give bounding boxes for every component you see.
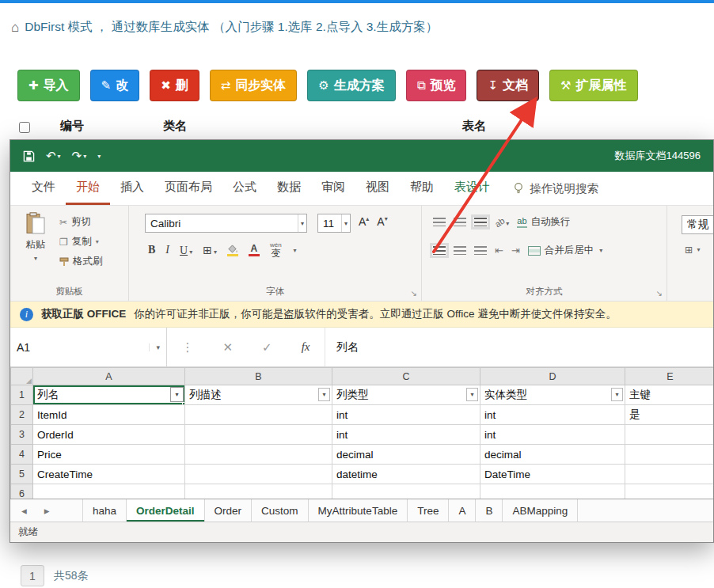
increase-font-button[interactable]: A▴ — [359, 215, 369, 228]
font-color-button[interactable]: A — [249, 244, 260, 256]
align-bottom-button[interactable] — [474, 218, 487, 226]
undo-button[interactable]: ↶ ▾ — [46, 149, 61, 163]
align-left-button[interactable] — [433, 246, 446, 255]
confirm-entry-button[interactable]: ✓ — [262, 340, 272, 355]
cancel-entry-button[interactable]: ✕ — [223, 340, 234, 355]
cell-B3[interactable] — [185, 425, 332, 445]
align-center-button[interactable] — [454, 246, 466, 255]
cell-D4[interactable]: decimal — [480, 445, 625, 465]
column-header-D[interactable]: D — [480, 368, 625, 385]
select-all-checkbox[interactable] — [19, 122, 30, 133]
wrap-text-button[interactable]: ab 自动换行 — [517, 215, 570, 229]
font-size-combobox[interactable]: 11 ▾ — [317, 214, 351, 233]
row-header-2[interactable]: 2 — [11, 405, 33, 425]
decrease-indent-button[interactable]: ⇤ — [495, 245, 503, 256]
tab-data[interactable]: 数据 — [267, 172, 311, 205]
merge-center-button[interactable]: 合并后居中 ▾ — [528, 244, 603, 257]
sheet-tab-custom[interactable]: Custom — [252, 499, 309, 522]
cell-A4[interactable]: Price — [33, 445, 185, 465]
bold-button[interactable]: B — [148, 244, 155, 256]
cell-E5[interactable] — [625, 465, 714, 484]
sheet-tab-abmapping[interactable]: ABMapping — [503, 499, 578, 522]
cell-E6[interactable] — [625, 484, 714, 499]
sheet-tab-order[interactable]: Order — [205, 499, 253, 522]
tab-page-layout[interactable]: 页面布局 — [154, 172, 222, 205]
number-format-icon-button[interactable]: ⊞ ▾ — [685, 244, 701, 256]
sync-entity-button[interactable]: ⇄ 同步实体 — [210, 70, 298, 101]
cell-D6[interactable] — [480, 484, 625, 499]
cut-button[interactable]: ✂ 剪切 — [59, 215, 103, 229]
sheet-tab-orderdetail[interactable]: OrderDetail — [127, 499, 205, 522]
tab-home[interactable]: 开始 — [66, 172, 110, 205]
cell-C6[interactable] — [332, 484, 480, 499]
sheet-tab-myattributetable[interactable]: MyAttributeTable — [309, 499, 408, 522]
cell-C2[interactable]: int — [332, 405, 480, 425]
save-icon[interactable] — [23, 150, 35, 162]
cell-E1[interactable]: 主键 — [625, 385, 714, 405]
copy-button[interactable]: ❐ 复制 ▾ — [59, 235, 103, 248]
cell-B5[interactable] — [185, 465, 332, 484]
row-header-3[interactable]: 3 — [11, 425, 33, 445]
tab-formulas[interactable]: 公式 — [222, 172, 267, 205]
font-dialog-launcher-icon[interactable]: ↘ — [411, 289, 417, 298]
align-top-button[interactable] — [433, 218, 446, 226]
redo-button[interactable]: ↷ ▾ — [72, 149, 87, 163]
sheet-nav-left-icon[interactable]: ◂ — [21, 504, 27, 517]
filter-dropdown-icon[interactable]: ▾ — [318, 388, 330, 401]
row-header-4[interactable]: 4 — [11, 445, 33, 465]
font-family-combobox[interactable]: Calibri ▾ — [145, 214, 307, 233]
formula-content[interactable]: 列名 — [325, 328, 713, 366]
fill-color-button[interactable] — [227, 245, 238, 256]
cell-D2[interactable]: int — [480, 405, 625, 425]
tab-view[interactable]: 视图 — [355, 172, 400, 205]
increase-indent-button[interactable]: ⇥ — [511, 245, 520, 256]
sheet-nav-right-icon[interactable]: ▸ — [44, 504, 50, 517]
cell-B4[interactable] — [185, 445, 332, 465]
tab-review[interactable]: 审阅 — [311, 172, 355, 205]
phonetic-guide-button[interactable]: wén 变 — [270, 242, 282, 258]
format-painter-button[interactable]: 格式刷 — [59, 255, 103, 268]
orientation-button[interactable]: ab▾ — [495, 217, 509, 228]
underline-button[interactable]: U▾ — [180, 244, 192, 257]
cell-B1[interactable]: 列描述▾ — [185, 385, 332, 405]
cell-A6[interactable] — [33, 484, 185, 499]
filter-dropdown-icon[interactable]: ▾ — [170, 387, 184, 402]
cell-D5[interactable]: DateTime — [480, 465, 625, 484]
number-format-combobox[interactable]: 常规 ▾ — [682, 215, 713, 234]
column-header-B[interactable]: B — [185, 368, 332, 385]
name-box[interactable]: A1 ▾ — [10, 328, 167, 366]
tell-me-search[interactable]: 操作说明搜索 — [513, 172, 598, 205]
filter-dropdown-icon[interactable]: ▾ — [611, 388, 623, 401]
row-header-1[interactable]: 1 — [11, 385, 33, 405]
fill-handle[interactable] — [182, 402, 185, 405]
quick-access-customize-button[interactable]: ▾ — [97, 153, 101, 160]
italic-button[interactable]: I — [165, 244, 169, 256]
insert-function-button[interactable]: fx — [302, 340, 310, 354]
column-header-C[interactable]: C — [332, 368, 480, 385]
row-header-5[interactable]: 5 — [11, 465, 33, 484]
delete-button[interactable]: ✖ 删 — [150, 70, 199, 101]
tab-file[interactable]: 文件 — [21, 172, 66, 205]
alignment-dialog-launcher-icon[interactable]: ↘ — [656, 289, 663, 298]
row-header-6[interactable]: 6 — [11, 484, 33, 499]
tab-help[interactable]: 帮助 — [400, 172, 444, 205]
cell-C5[interactable]: datetime — [332, 465, 480, 484]
decrease-font-button[interactable]: A▾ — [377, 215, 387, 228]
document-button[interactable]: ↧ 文档 — [477, 70, 539, 101]
page-1-button[interactable]: 1 — [21, 565, 44, 586]
cell-B6[interactable] — [185, 484, 332, 499]
cell-D3[interactable]: int — [480, 425, 625, 445]
cell-A3[interactable]: OrderId — [33, 425, 185, 445]
cell-C4[interactable]: decimal — [332, 445, 480, 465]
borders-button[interactable]: ⊞▾ — [203, 244, 217, 256]
cell-C1[interactable]: 列类型▾ — [332, 385, 480, 405]
cell-D1[interactable]: 实体类型▾ — [480, 385, 625, 405]
cell-A2[interactable]: ItemId — [33, 405, 185, 425]
sheet-tab-a[interactable]: A — [449, 499, 476, 522]
align-right-button[interactable] — [474, 246, 487, 255]
tab-insert[interactable]: 插入 — [110, 172, 154, 205]
cell-C3[interactable]: int — [332, 425, 480, 445]
cell-E2[interactable]: 是 — [625, 405, 714, 425]
generate-plan-button[interactable]: ⚙ 生成方案 — [307, 70, 395, 101]
column-header-E[interactable]: E — [625, 368, 714, 385]
